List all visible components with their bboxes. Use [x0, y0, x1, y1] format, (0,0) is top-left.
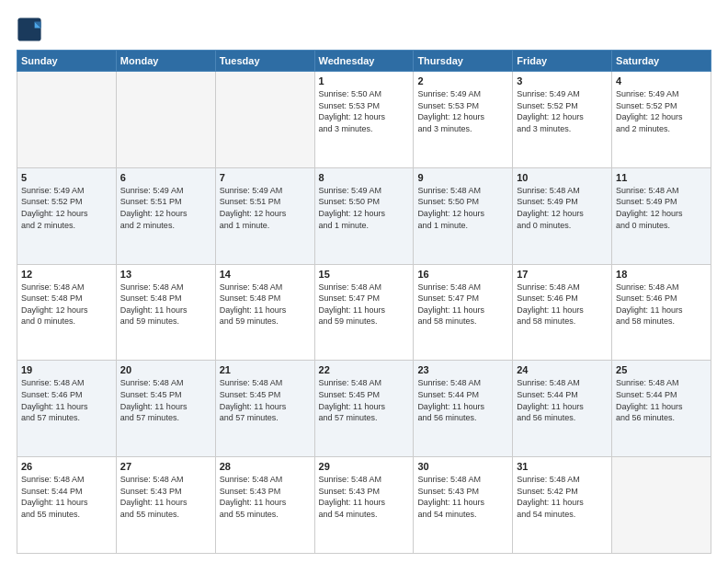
- day-info: Sunrise: 5:48 AM Sunset: 5:43 PM Dayligh…: [120, 474, 211, 520]
- day-info: Sunrise: 5:49 AM Sunset: 5:53 PM Dayligh…: [417, 88, 508, 134]
- day-info: Sunrise: 5:48 AM Sunset: 5:46 PM Dayligh…: [517, 282, 608, 327]
- day-number: 13: [120, 269, 211, 280]
- calendar-day-cell: [17, 72, 117, 168]
- day-number: 4: [616, 75, 707, 86]
- calendar-week-row: 12Sunrise: 5:48 AM Sunset: 5:48 PM Dayli…: [17, 264, 711, 361]
- weekday-header-sunday: Sunday: [17, 51, 117, 72]
- day-info: Sunrise: 5:48 AM Sunset: 5:43 PM Dayligh…: [220, 474, 311, 520]
- calendar-day-cell: [612, 457, 711, 554]
- calendar-day-cell: 12Sunrise: 5:48 AM Sunset: 5:48 PM Dayli…: [17, 264, 117, 361]
- day-info: Sunrise: 5:48 AM Sunset: 5:49 PM Dayligh…: [616, 185, 707, 231]
- calendar-day-cell: 28Sunrise: 5:48 AM Sunset: 5:43 PM Dayli…: [215, 457, 314, 554]
- day-number: 27: [120, 461, 211, 472]
- calendar-day-cell: [215, 72, 314, 168]
- calendar-day-cell: 30Sunrise: 5:48 AM Sunset: 5:43 PM Dayli…: [414, 457, 513, 554]
- weekday-header-tuesday: Tuesday: [215, 51, 314, 72]
- calendar-day-cell: 1Sunrise: 5:50 AM Sunset: 5:53 PM Daylig…: [314, 72, 414, 168]
- day-info: Sunrise: 5:48 AM Sunset: 5:48 PM Dayligh…: [220, 282, 311, 327]
- calendar-day-cell: 10Sunrise: 5:48 AM Sunset: 5:49 PM Dayli…: [513, 167, 612, 264]
- weekday-header-wednesday: Wednesday: [314, 51, 414, 72]
- day-info: Sunrise: 5:48 AM Sunset: 5:44 PM Dayligh…: [417, 377, 508, 423]
- calendar-day-cell: 2Sunrise: 5:49 AM Sunset: 5:53 PM Daylig…: [414, 72, 513, 168]
- calendar-day-cell: 14Sunrise: 5:48 AM Sunset: 5:48 PM Dayli…: [215, 264, 314, 361]
- calendar-day-cell: 27Sunrise: 5:48 AM Sunset: 5:43 PM Dayli…: [116, 457, 215, 554]
- calendar-day-cell: 18Sunrise: 5:48 AM Sunset: 5:46 PM Dayli…: [612, 264, 711, 361]
- calendar-day-cell: 19Sunrise: 5:48 AM Sunset: 5:46 PM Dayli…: [17, 361, 117, 457]
- day-number: 15: [319, 269, 410, 280]
- day-info: Sunrise: 5:48 AM Sunset: 5:43 PM Dayligh…: [319, 474, 410, 520]
- day-number: 29: [319, 461, 410, 472]
- day-number: 19: [21, 364, 112, 375]
- logo-icon: [17, 17, 42, 42]
- calendar-day-cell: 8Sunrise: 5:49 AM Sunset: 5:50 PM Daylig…: [314, 167, 414, 264]
- calendar-day-cell: 15Sunrise: 5:48 AM Sunset: 5:47 PM Dayli…: [314, 264, 414, 361]
- day-number: 2: [417, 75, 508, 86]
- day-info: Sunrise: 5:48 AM Sunset: 5:46 PM Dayligh…: [21, 377, 112, 423]
- day-number: 21: [220, 364, 311, 375]
- day-info: Sunrise: 5:48 AM Sunset: 5:42 PM Dayligh…: [517, 474, 608, 520]
- weekday-header-monday: Monday: [116, 51, 215, 72]
- calendar-table: SundayMondayTuesdayWednesdayThursdayFrid…: [17, 50, 711, 554]
- day-number: 31: [517, 461, 608, 472]
- day-number: 8: [319, 172, 410, 183]
- day-number: 17: [517, 269, 608, 280]
- calendar-day-cell: 23Sunrise: 5:48 AM Sunset: 5:44 PM Dayli…: [414, 361, 513, 457]
- calendar-day-cell: 29Sunrise: 5:48 AM Sunset: 5:43 PM Dayli…: [314, 457, 414, 554]
- calendar-day-cell: 21Sunrise: 5:48 AM Sunset: 5:45 PM Dayli…: [215, 361, 314, 457]
- day-number: 30: [417, 461, 508, 472]
- calendar-day-cell: 26Sunrise: 5:48 AM Sunset: 5:44 PM Dayli…: [17, 457, 117, 554]
- day-number: 12: [21, 269, 112, 280]
- day-number: 6: [120, 172, 211, 183]
- day-number: 26: [21, 461, 112, 472]
- calendar-day-cell: 22Sunrise: 5:48 AM Sunset: 5:45 PM Dayli…: [314, 361, 414, 457]
- day-info: Sunrise: 5:48 AM Sunset: 5:48 PM Dayligh…: [21, 282, 112, 327]
- day-info: Sunrise: 5:48 AM Sunset: 5:47 PM Dayligh…: [319, 282, 410, 327]
- calendar-day-cell: 17Sunrise: 5:48 AM Sunset: 5:46 PM Dayli…: [513, 264, 612, 361]
- calendar-week-row: 1Sunrise: 5:50 AM Sunset: 5:53 PM Daylig…: [17, 72, 711, 168]
- day-info: Sunrise: 5:49 AM Sunset: 5:51 PM Dayligh…: [120, 185, 211, 231]
- day-info: Sunrise: 5:48 AM Sunset: 5:47 PM Dayligh…: [417, 282, 508, 327]
- day-number: 5: [21, 172, 112, 183]
- day-info: Sunrise: 5:48 AM Sunset: 5:44 PM Dayligh…: [616, 377, 707, 423]
- day-info: Sunrise: 5:48 AM Sunset: 5:43 PM Dayligh…: [417, 474, 508, 520]
- day-info: Sunrise: 5:48 AM Sunset: 5:46 PM Dayligh…: [616, 282, 707, 327]
- day-info: Sunrise: 5:49 AM Sunset: 5:52 PM Dayligh…: [616, 88, 707, 134]
- day-number: 3: [517, 75, 608, 86]
- calendar-day-cell: 11Sunrise: 5:48 AM Sunset: 5:49 PM Dayli…: [612, 167, 711, 264]
- calendar-day-cell: 24Sunrise: 5:48 AM Sunset: 5:44 PM Dayli…: [513, 361, 612, 457]
- day-number: 18: [616, 269, 707, 280]
- day-info: Sunrise: 5:48 AM Sunset: 5:48 PM Dayligh…: [120, 282, 211, 327]
- day-info: Sunrise: 5:49 AM Sunset: 5:52 PM Dayligh…: [21, 185, 112, 231]
- logo: [17, 17, 46, 42]
- day-number: 28: [220, 461, 311, 472]
- calendar-day-cell: 7Sunrise: 5:49 AM Sunset: 5:51 PM Daylig…: [215, 167, 314, 264]
- day-number: 7: [220, 172, 311, 183]
- day-number: 25: [616, 364, 707, 375]
- day-info: Sunrise: 5:49 AM Sunset: 5:51 PM Dayligh…: [220, 185, 311, 231]
- weekday-header-friday: Friday: [513, 51, 612, 72]
- day-info: Sunrise: 5:48 AM Sunset: 5:50 PM Dayligh…: [417, 185, 508, 231]
- day-number: 14: [220, 269, 311, 280]
- day-info: Sunrise: 5:48 AM Sunset: 5:45 PM Dayligh…: [220, 377, 311, 423]
- calendar-day-cell: 25Sunrise: 5:48 AM Sunset: 5:44 PM Dayli…: [612, 361, 711, 457]
- day-number: 23: [417, 364, 508, 375]
- calendar-day-cell: 9Sunrise: 5:48 AM Sunset: 5:50 PM Daylig…: [414, 167, 513, 264]
- calendar-day-cell: 5Sunrise: 5:49 AM Sunset: 5:52 PM Daylig…: [17, 167, 117, 264]
- page: SundayMondayTuesdayWednesdayThursdayFrid…: [0, 0, 728, 563]
- day-info: Sunrise: 5:49 AM Sunset: 5:52 PM Dayligh…: [517, 88, 608, 134]
- calendar-day-cell: 4Sunrise: 5:49 AM Sunset: 5:52 PM Daylig…: [612, 72, 711, 168]
- calendar-day-cell: 16Sunrise: 5:48 AM Sunset: 5:47 PM Dayli…: [414, 264, 513, 361]
- weekday-header-thursday: Thursday: [414, 51, 513, 72]
- calendar-day-cell: 31Sunrise: 5:48 AM Sunset: 5:42 PM Dayli…: [513, 457, 612, 554]
- day-info: Sunrise: 5:49 AM Sunset: 5:50 PM Dayligh…: [319, 185, 410, 231]
- calendar-week-row: 19Sunrise: 5:48 AM Sunset: 5:46 PM Dayli…: [17, 361, 711, 457]
- day-number: 22: [319, 364, 410, 375]
- header: [17, 17, 711, 42]
- calendar-day-cell: 20Sunrise: 5:48 AM Sunset: 5:45 PM Dayli…: [116, 361, 215, 457]
- day-number: 24: [517, 364, 608, 375]
- weekday-header-row: SundayMondayTuesdayWednesdayThursdayFrid…: [17, 51, 711, 72]
- day-number: 1: [319, 75, 410, 86]
- day-number: 16: [417, 269, 508, 280]
- weekday-header-saturday: Saturday: [612, 51, 711, 72]
- calendar-day-cell: [116, 72, 215, 168]
